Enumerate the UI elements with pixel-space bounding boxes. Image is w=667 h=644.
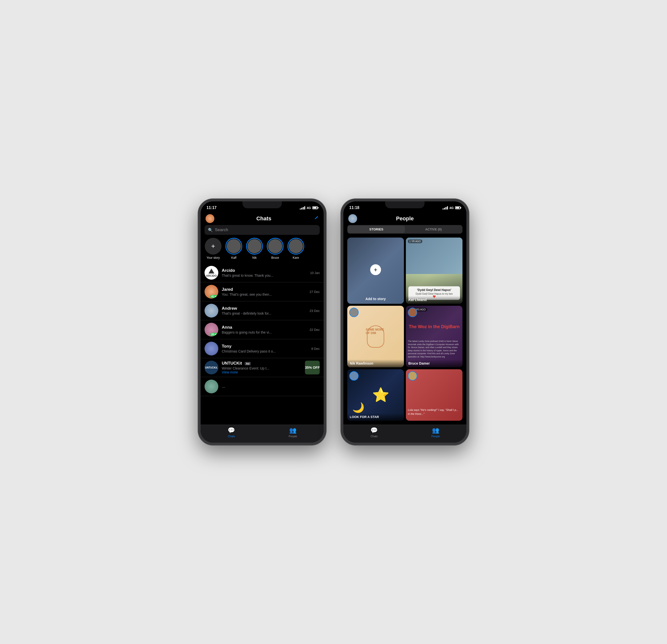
jared-avatar: 41 m bbox=[205, 285, 218, 299]
kat-story-card[interactable]: 1 YR AGO 'Dydd Gwyl Dewi Hapus' Dydd Gwŷ… bbox=[406, 238, 462, 304]
nik-avatar bbox=[247, 239, 262, 253]
right-battery-fill bbox=[456, 207, 459, 209]
tony-info: Tony Christmas Card Delivery pass it o..… bbox=[222, 344, 308, 353]
battery-icon bbox=[312, 206, 318, 209]
stories-grid: + Add to story 1 YR AGO 'Dydd Gwyl Dewi … bbox=[343, 238, 467, 425]
left-nav-header: Chats bbox=[200, 212, 324, 225]
kat-time-ago: 1 YR AGO bbox=[408, 240, 422, 243]
story-item-kare[interactable]: Kare bbox=[287, 238, 305, 259]
bruce-overlay: Bruce Damer bbox=[406, 359, 462, 367]
jared-time: 27 Dec bbox=[310, 290, 320, 294]
kat-name: Kat Llwand bbox=[408, 298, 460, 302]
compose-icon[interactable] bbox=[313, 215, 319, 222]
chats-tab-icon: 💬 bbox=[228, 427, 235, 434]
nik-story-card[interactable]: SOME MORE OF DIM Nik Rawlinson bbox=[347, 306, 404, 367]
left-tab-bar: 💬 Chats 👥 People bbox=[200, 425, 324, 442]
partial-avatar bbox=[205, 380, 218, 393]
search-icon: 🔍 bbox=[208, 228, 213, 232]
tab-item-people-right[interactable]: 👥 People bbox=[405, 427, 467, 438]
segment-active[interactable]: ACTIVE (0) bbox=[405, 225, 462, 233]
star-story-card[interactable]: ⭐ 🌙 LOOK FOR A STAR bbox=[347, 369, 404, 421]
chat-item-jared[interactable]: 41 m Jared You: That's great, see you th… bbox=[200, 283, 324, 301]
add-story-btn[interactable]: + bbox=[205, 238, 222, 255]
kare-circle[interactable] bbox=[288, 238, 304, 255]
left-time: 11:17 bbox=[207, 206, 216, 210]
your-story-label: Your story bbox=[207, 256, 220, 259]
andrew-avatar bbox=[205, 304, 218, 318]
left-status-icons: 4G bbox=[300, 206, 318, 210]
tony-time: 8 Dec bbox=[311, 347, 320, 351]
chat-item-andrew[interactable]: Andrew That's great - definitely look fo… bbox=[200, 301, 324, 320]
tab-item-chats-right[interactable]: 💬 Chats bbox=[343, 427, 405, 438]
nik-circle[interactable] bbox=[246, 238, 263, 255]
user-avatar[interactable] bbox=[206, 214, 214, 223]
chat-item-anna[interactable]: 20 m Anna Baggers is going nuts for the … bbox=[200, 320, 324, 339]
right-time: 11:18 bbox=[349, 206, 359, 210]
story-item-kaff[interactable]: Kaff bbox=[225, 238, 242, 259]
book-story-card[interactable]: Lola says "He's melting!" I say, "Shall … bbox=[406, 369, 462, 421]
right-people-tab-label: People bbox=[432, 435, 440, 438]
tab-item-people-left[interactable]: 👥 People bbox=[262, 427, 324, 438]
view-more-link[interactable]: View more bbox=[222, 370, 302, 374]
signal-bars bbox=[300, 206, 305, 209]
untuckit-name: UNTUCKit Ad bbox=[222, 361, 302, 366]
stories-row: + Your story Kaff Nik bbox=[200, 238, 324, 263]
book-story-avatar bbox=[408, 371, 417, 381]
left-status-bar: 11:17 4G bbox=[200, 202, 324, 212]
kat-overlay: Kat Llwand bbox=[406, 296, 462, 304]
tab-item-chats-left[interactable]: 💬 Chats bbox=[200, 427, 262, 438]
people-tab-icon: 👥 bbox=[289, 427, 297, 434]
story-item-nik[interactable]: Nik bbox=[246, 238, 263, 259]
add-story-plus-icon[interactable]: + bbox=[370, 264, 381, 275]
people-tab-label: People bbox=[289, 435, 297, 438]
kaff-circle[interactable] bbox=[225, 238, 242, 255]
chat-item-partial[interactable]: ... bbox=[200, 377, 324, 396]
arcido-info: Arcido That's great to know. Thank you..… bbox=[222, 268, 307, 277]
anna-badge: 20 m bbox=[210, 333, 218, 336]
arcido-preview: That's great to know. Thank you... bbox=[222, 274, 307, 277]
bruce-avatar bbox=[268, 239, 282, 253]
story-item-bruce[interactable]: Bruce bbox=[266, 238, 284, 259]
network-type: 4G bbox=[307, 206, 311, 210]
segment-control[interactable]: STORIES ACTIVE (0) bbox=[347, 225, 462, 234]
signal-bar-1 bbox=[300, 209, 301, 209]
sketch-text: SOME MORE OF DIM bbox=[366, 328, 386, 335]
right-chats-tab-label: Chats bbox=[371, 435, 378, 438]
arcido-avatar: ARCIDO bbox=[205, 266, 218, 280]
right-screen: 11:18 4G People bbox=[343, 202, 467, 442]
bruce-label: Bruce bbox=[271, 256, 279, 259]
signal-bar-2 bbox=[301, 208, 302, 209]
search-bar[interactable]: 🔍 Search bbox=[205, 225, 320, 235]
arcido-time: 10 Jan bbox=[310, 271, 320, 275]
signal-bar-3 bbox=[303, 207, 304, 209]
partial-name: ... bbox=[222, 384, 320, 389]
untuckit-preview: Winter Clearance Event: Up t... bbox=[222, 366, 302, 370]
add-story-card[interactable]: + Add to story bbox=[347, 238, 404, 304]
chats-tab-label: Chats bbox=[228, 435, 235, 438]
bruce-desc: The latest Levity Zone podcast (#46) is … bbox=[408, 340, 460, 358]
bruce-story-name: Bruce Damer bbox=[408, 361, 460, 365]
untuckit-avatar: UNTUCKit. bbox=[205, 361, 218, 374]
anna-name: Anna bbox=[222, 325, 306, 330]
chat-item-arcido[interactable]: ARCIDO Arcido That's great to know. Than… bbox=[200, 263, 324, 283]
story-item-your-story[interactable]: + Your story bbox=[205, 238, 222, 259]
star-story-avatar bbox=[349, 371, 359, 381]
chat-item-tony[interactable]: Tony Christmas Card Delivery pass it o..… bbox=[200, 339, 324, 358]
right-user-avatar[interactable] bbox=[348, 214, 357, 223]
bruce-story-avatar bbox=[408, 308, 417, 317]
chat-list: ARCIDO Arcido That's great to know. Than… bbox=[200, 263, 324, 425]
sale-text: 35% OFF bbox=[305, 366, 320, 370]
nik-story-name: Nik Rawlinson bbox=[350, 361, 402, 365]
left-phone: 11:17 4G Chats bbox=[198, 199, 326, 445]
jared-name: Jared bbox=[222, 287, 306, 292]
anna-preview: Baggers is going nuts for the vi... bbox=[222, 331, 306, 334]
right-page-title: People bbox=[396, 215, 414, 222]
bruce-circle[interactable] bbox=[267, 238, 283, 255]
wales-title: 'Dydd Gwyl Dewi Hapus' bbox=[410, 288, 458, 292]
nik-overlay: Nik Rawlinson bbox=[347, 359, 404, 367]
segment-stories[interactable]: STORIES bbox=[348, 225, 405, 233]
bruce-story-card[interactable]: 4 YEARS AGO The latest Levity Zone podca… bbox=[406, 306, 462, 367]
untuckit-logo: UNTUCKit. bbox=[205, 366, 217, 369]
tony-avatar bbox=[205, 342, 218, 355]
chat-item-untuckit[interactable]: UNTUCKit. UNTUCKit Ad Winter Clearance E… bbox=[200, 358, 324, 377]
